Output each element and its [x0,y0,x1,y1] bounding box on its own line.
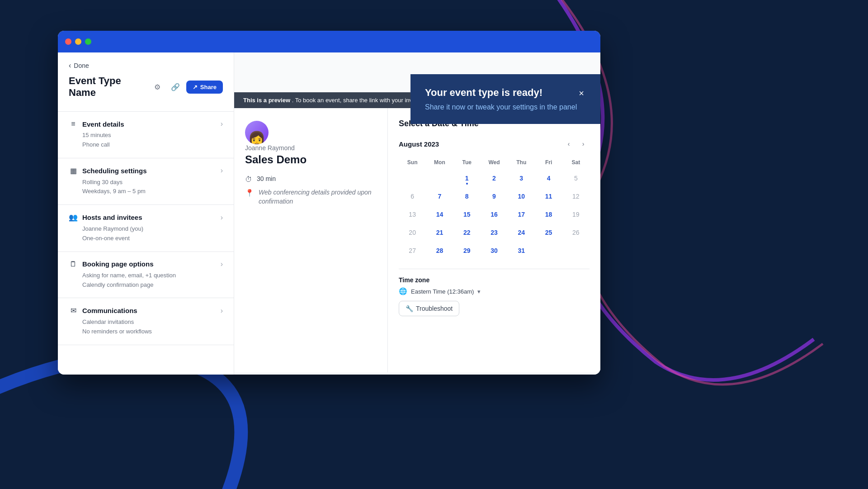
settings-button[interactable]: ⚙ [150,80,165,94]
cal-cell-2-4: 17 [508,205,535,223]
sidebar-section-communications[interactable]: ✉ Communications › Calendar invitationsN… [58,298,234,345]
section-title-group-hosts-invitees: 👥 Hosts and invitees [69,213,142,222]
cal-cell-4-2: 29 [453,242,481,260]
communications-icon: ✉ [69,306,78,315]
avatar: 👩 [245,121,269,144]
day-14[interactable]: 14 [432,207,447,222]
day-11[interactable]: 11 [542,189,556,204]
day-2[interactable]: 2 [487,171,501,185]
day-27: 27 [405,243,420,258]
cal-cell-1-3: 9 [481,187,508,205]
section-header-hosts-invitees[interactable]: 👥 Hosts and invitees › [69,213,223,222]
day-31[interactable]: 31 [514,243,528,258]
hosts-invitees-title: Hosts and invitees [82,214,142,221]
timezone-selector[interactable]: 🌐 Eastern Time (12:36am) ▾ [399,287,590,295]
day-30[interactable]: 30 [487,243,501,258]
notification-subtitle: Share it now or tweak your settings in t… [425,103,577,111]
location-icon: 📍 [245,189,254,197]
day-28[interactable]: 28 [432,243,447,258]
section-title-group-booking-page: 🗒 Booking page options [69,260,154,268]
day-17[interactable]: 17 [514,207,528,222]
sidebar-section-hosts-invitees[interactable]: 👥 Hosts and invitees › Joanne Raymond (y… [58,205,234,252]
host-name: Joanne Raymond [245,144,377,152]
dropdown-icon: ▾ [477,288,481,295]
section-header-event-details[interactable]: ≡ Event details › [69,120,223,128]
day-23[interactable]: 23 [487,225,501,240]
sidebar-section-event-details[interactable]: ≡ Event details › 15 minutesPhone call [58,112,234,158]
day-16[interactable]: 16 [487,207,501,222]
notification-popup: Your event type is ready! Share it now o… [410,74,600,124]
maximize-button[interactable] [85,38,91,45]
sidebar-section-scheduling-settings[interactable]: ▦ Scheduling settings › Rolling 30 daysW… [58,158,234,205]
day-18[interactable]: 18 [542,207,556,222]
header-actions: Event Type Name ⚙ 🔗 ↗ Share [69,75,223,99]
section-header-communications[interactable]: ✉ Communications › [69,306,223,315]
cal-cell-4-5 [535,242,562,260]
notification-close-button[interactable]: × [577,87,586,100]
detail-text: Rolling 30 days [82,178,223,187]
close-button[interactable] [65,38,71,45]
section-header-booking-page[interactable]: 🗒 Booking page options › [69,260,223,268]
cal-cell-1-0: 6 [399,187,426,205]
day-10[interactable]: 10 [514,189,528,204]
cal-header-Thu: Thu [508,157,535,169]
back-link[interactable]: ‹ Done [69,62,223,70]
day-15[interactable]: 15 [460,207,474,222]
scheduling-settings-icon: ▦ [69,166,78,175]
day-3[interactable]: 3 [514,171,528,185]
back-label: Done [74,62,89,69]
hosts-invitees-details: Joanne Raymond (you)One-on-one event [69,224,223,243]
timezone-label: Time zone [399,276,590,284]
timezone-section: Time zone 🌐 Eastern Time (12:36am) ▾ 🔧 T… [399,269,590,316]
cal-cell-2-2: 15 [453,205,481,223]
table-row: 2728293031 [399,242,590,260]
cal-cell-4-4: 31 [508,242,535,260]
day-7[interactable]: 7 [432,189,447,204]
cal-header-Tue: Tue [453,157,481,169]
link-button[interactable]: 🔗 [168,80,183,94]
day-24[interactable]: 24 [514,225,528,240]
next-month-button[interactable]: › [577,138,590,150]
page-title: Event Type Name [69,75,146,99]
scheduling-settings-details: Rolling 30 daysWeekdays, 9 am – 5 pm [69,178,223,197]
minimize-button[interactable] [75,38,81,45]
hosts-invitees-icon: 👥 [69,213,78,222]
calendar-grid: SunMonTueWedThuFriSat 123456789101112131… [399,157,590,260]
communications-details: Calendar invitationsNo reminders or work… [69,318,223,337]
day-21[interactable]: 21 [432,225,447,240]
day-29[interactable]: 29 [460,243,474,258]
back-arrow-icon: ‹ [69,62,71,70]
cal-cell-0-3: 2 [481,169,508,187]
day-1[interactable]: 1 [460,171,474,185]
duration-item: ⏱ 30 min [245,175,377,184]
cal-cell-1-2: 8 [453,187,481,205]
prev-month-button[interactable]: ‹ [562,138,575,150]
cal-header-Wed: Wed [481,157,508,169]
section-title-group-scheduling-settings: ▦ Scheduling settings [69,166,147,175]
day-9[interactable]: 9 [487,189,501,204]
title-bar [58,31,600,52]
event-meta: ⏱ 30 min 📍 Web conferencing details prov… [245,175,377,206]
day-22[interactable]: 22 [460,225,474,240]
troubleshoot-button[interactable]: 🔧 Troubleshoot [399,301,459,316]
cal-cell-4-0: 27 [399,242,426,260]
sidebar-section-booking-page[interactable]: 🗒 Booking page options › Asking for name… [58,252,234,299]
day-4[interactable]: 4 [542,171,556,185]
day-19: 19 [569,207,583,222]
banner-text: This is a preview . To book an event, sh… [243,97,426,104]
share-button[interactable]: ↗ Share [186,81,223,94]
event-left: 👩 Joanne Raymond Sales Demo ⏱ 30 min 📍 [234,108,388,372]
day-25[interactable]: 25 [542,225,556,240]
cal-cell-3-3: 23 [481,223,508,242]
booking-page-details: Asking for name, email, +1 questionCalen… [69,271,223,290]
day-26: 26 [569,225,583,240]
day-8[interactable]: 8 [460,189,474,204]
communications-title: Communications [82,307,137,314]
scheduling-settings-chevron-icon: › [221,166,223,175]
section-header-scheduling-settings[interactable]: ▦ Scheduling settings › [69,166,223,175]
detail-text: One-on-one event [82,234,223,243]
table-row: 12345 [399,169,590,187]
location-text: Web conferencing details provided upon c… [259,188,377,206]
clock-icon: ⏱ [245,176,252,184]
header-actions-right: ⚙ 🔗 ↗ Share [150,80,223,94]
